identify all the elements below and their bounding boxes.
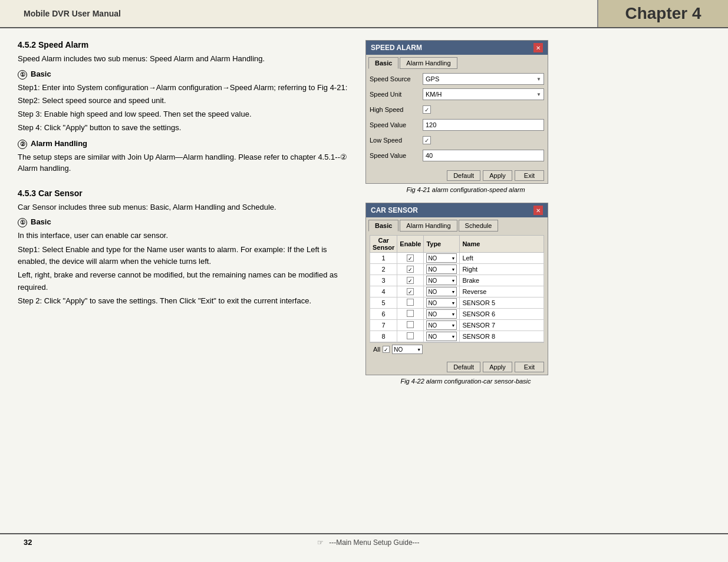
row-enable-2[interactable]: ✓ bbox=[397, 264, 424, 275]
enable-checkbox-4[interactable]: ✓ bbox=[407, 288, 414, 295]
alarm-handling-label-452: Alarm Handling bbox=[31, 139, 87, 148]
speed-alarm-apply-button[interactable]: Apply bbox=[483, 170, 512, 181]
row-num-3: 3 bbox=[370, 275, 397, 286]
speed-source-value[interactable]: GPS bbox=[423, 73, 544, 85]
car-sensor-all-row: All ✓ NO bbox=[370, 342, 544, 356]
sub-heading-basic-453: ① Basic bbox=[18, 217, 348, 227]
car-sensor-default-button[interactable]: Default bbox=[447, 362, 480, 372]
car-sensor-dialog-container: CAR SENSOR ✕ Basic Alarm Handling Schedu… bbox=[365, 203, 566, 385]
car-sensor-tbody: 1✓NOLeft2✓NORight3✓NOBrake4✓NOReverse5NO… bbox=[370, 253, 544, 342]
form-row-high-speed: High Speed bbox=[370, 103, 544, 116]
speed-alarm-titlebar: SPEED ALARM ✕ bbox=[366, 41, 548, 55]
row-enable-6[interactable] bbox=[397, 309, 424, 320]
sub-heading-basic-452: ① Basic bbox=[18, 70, 348, 80]
col-car-sensor: Car Sensor bbox=[370, 236, 397, 253]
row-name-1: Left bbox=[460, 253, 544, 264]
header: Mobile DVR User Manual Chapter 4 bbox=[0, 0, 728, 28]
car-sensor-close-button[interactable]: ✕ bbox=[533, 206, 543, 215]
car-sensor-footer: Default Apply Exit bbox=[366, 359, 548, 375]
car-sensor-exit-button[interactable]: Exit bbox=[515, 362, 544, 372]
sub-heading-alarm-452: ② Alarm Handling bbox=[18, 139, 348, 149]
all-label: All bbox=[373, 346, 380, 353]
speed-alarm-body: Speed Source GPS Speed Unit KM/H High Sp… bbox=[366, 69, 548, 168]
manual-title: Mobile DVR User Manual bbox=[0, 0, 598, 27]
high-speed-checkbox[interactable] bbox=[423, 105, 431, 114]
all-type-select[interactable]: NO bbox=[392, 345, 423, 354]
car-sensor-tab-alarm-handling[interactable]: Alarm Handling bbox=[400, 220, 457, 232]
row-enable-5[interactable] bbox=[397, 297, 424, 309]
car-sensor-tabs: Basic Alarm Handling Schedule bbox=[366, 217, 548, 232]
enable-checkbox-5[interactable] bbox=[407, 299, 414, 306]
basic-label-453: Basic bbox=[31, 217, 51, 226]
section-453-intro: Car Sensor includes three sub menus: Bas… bbox=[18, 201, 348, 213]
enable-checkbox-1[interactable]: ✓ bbox=[407, 254, 414, 262]
enable-checkbox-7[interactable] bbox=[407, 321, 414, 328]
car-sensor-row-2: 2✓NORight bbox=[370, 264, 544, 275]
col-name: Name bbox=[460, 236, 544, 253]
form-row-speed-value-high: Speed Value 120 bbox=[370, 118, 544, 131]
row-num-7: 7 bbox=[370, 320, 397, 331]
ui-column: SPEED ALARM ✕ Basic Alarm Handling Speed… bbox=[365, 40, 566, 385]
speed-value-high-input[interactable]: 120 bbox=[423, 119, 544, 131]
form-row-speed-value-low: Speed Value 40 bbox=[370, 149, 544, 162]
car-sensor-table: Car Sensor Enable Type Name 1✓NOLeft2✓NO… bbox=[370, 235, 544, 342]
row-enable-8[interactable] bbox=[397, 331, 424, 342]
speed-alarm-dialog: SPEED ALARM ✕ Basic Alarm Handling Speed… bbox=[365, 40, 548, 184]
speed-alarm-close-button[interactable]: ✕ bbox=[533, 43, 543, 52]
speed-alarm-default-button[interactable]: Default bbox=[447, 170, 480, 181]
speed-alarm-tab-alarm-handling[interactable]: Alarm Handling bbox=[400, 57, 457, 69]
alarm-handling-text-452: The setup steps are similar with Join Up… bbox=[18, 151, 348, 174]
row-type-4[interactable]: NO bbox=[424, 286, 460, 297]
car-sensor-body: Car Sensor Enable Type Name 1✓NOLeft2✓NO… bbox=[366, 232, 548, 359]
speed-value-high-label: Speed Value bbox=[370, 121, 423, 128]
speed-unit-value[interactable]: KM/H bbox=[423, 88, 544, 100]
circle-num-2: ② bbox=[18, 140, 27, 149]
car-sensor-row-1: 1✓NOLeft bbox=[370, 253, 544, 264]
row-type-3[interactable]: NO bbox=[424, 275, 460, 286]
enable-checkbox-8[interactable] bbox=[407, 332, 414, 339]
row-type-2[interactable]: NO bbox=[424, 264, 460, 275]
row-name-4: Reverse bbox=[460, 286, 544, 297]
speed-alarm-caption: Fig 4-21 alarm configuration-speed alarm bbox=[365, 186, 566, 193]
low-speed-label: Low Speed bbox=[370, 137, 423, 144]
form-row-speed-source: Speed Source GPS bbox=[370, 72, 544, 85]
row-enable-7[interactable] bbox=[397, 320, 424, 331]
content-area: 4.5.2 Speed Alarm Speed Alarm includes t… bbox=[0, 28, 728, 396]
car-sensor-table-header: Car Sensor Enable Type Name bbox=[370, 236, 544, 253]
step1-453: Step1: Select Enable and type for the Na… bbox=[18, 244, 348, 269]
enable-checkbox-2[interactable]: ✓ bbox=[407, 266, 414, 273]
row-num-4: 4 bbox=[370, 286, 397, 297]
car-sensor-row-4: 4✓NOReverse bbox=[370, 286, 544, 297]
row-type-8[interactable]: NO bbox=[424, 331, 460, 342]
low-speed-checkbox[interactable] bbox=[423, 136, 431, 144]
speed-unit-label: Speed Unit bbox=[370, 91, 423, 98]
car-sensor-row-5: 5NOSENSOR 5 bbox=[370, 297, 544, 309]
step1-452: Step1: Enter into System configuration→A… bbox=[18, 82, 348, 94]
enable-checkbox-6[interactable] bbox=[407, 310, 414, 317]
enable-checkbox-3[interactable]: ✓ bbox=[407, 277, 414, 284]
car-sensor-apply-button[interactable]: Apply bbox=[483, 362, 512, 372]
car-sensor-row-3: 3✓NOBrake bbox=[370, 275, 544, 286]
header-title-text: Mobile DVR User Manual bbox=[24, 9, 121, 18]
row-enable-1[interactable]: ✓ bbox=[397, 253, 424, 264]
all-checkbox[interactable]: ✓ bbox=[383, 346, 390, 353]
row-name-3: Brake bbox=[460, 275, 544, 286]
circle-num-3: ① bbox=[18, 218, 27, 227]
row-type-7[interactable]: NO bbox=[424, 320, 460, 331]
row-num-2: 2 bbox=[370, 264, 397, 275]
row-enable-3[interactable]: ✓ bbox=[397, 275, 424, 286]
row-type-1[interactable]: NO bbox=[424, 253, 460, 264]
speed-alarm-exit-button[interactable]: Exit bbox=[515, 170, 544, 181]
speed-alarm-tab-basic[interactable]: Basic bbox=[368, 57, 398, 69]
car-sensor-tab-schedule[interactable]: Schedule bbox=[459, 220, 499, 232]
row-enable-4[interactable]: ✓ bbox=[397, 286, 424, 297]
speed-value-low-input[interactable]: 40 bbox=[423, 150, 544, 161]
row-type-5[interactable]: NO bbox=[424, 297, 460, 309]
row-name-5: SENSOR 5 bbox=[460, 297, 544, 309]
step2-453: Left, right, brake and reverse cannot be… bbox=[18, 269, 348, 294]
speed-value-low-label: Speed Value bbox=[370, 152, 423, 159]
car-sensor-dialog: CAR SENSOR ✕ Basic Alarm Handling Schedu… bbox=[365, 203, 548, 375]
row-type-6[interactable]: NO bbox=[424, 309, 460, 320]
car-sensor-tab-basic[interactable]: Basic bbox=[368, 220, 398, 232]
form-row-speed-unit: Speed Unit KM/H bbox=[370, 88, 544, 101]
